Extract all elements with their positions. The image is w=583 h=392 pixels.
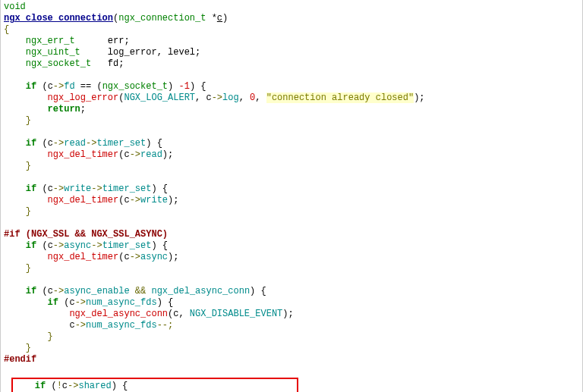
code-line: return; (4, 104, 579, 115)
code-line: } (4, 331, 579, 343)
preprocessor-endif: #endif (4, 354, 36, 365)
code-line: if (c->fd == (ngx_socket_t) -1) { (4, 81, 579, 93)
code-line: { (4, 24, 579, 36)
code-line: ngx_del_timer(c->async); (4, 252, 579, 263)
code-line: if (c->num_async_fds) { (4, 297, 579, 309)
code-line (4, 172, 579, 183)
return-type: void (4, 2, 26, 12)
code-line: ngx_del_timer(c->read); (4, 149, 579, 161)
code-viewer: void ngx_close_connection(ngx_connection… (1, 0, 582, 392)
code-line (4, 218, 579, 229)
code-line: if (c->async->timer_set) { (4, 240, 579, 252)
code-line: if (c->read->timer_set) { (4, 138, 579, 149)
code-line: ngx_uint_t log_error, level; (4, 47, 579, 58)
code-line: #if (NGX_SSL && NGX_SSL_ASYNC) (4, 229, 579, 240)
code-line: if (c->write->timer_set) { (4, 183, 579, 195)
code-line: ngx_close_connection(ngx_connection_t *c… (4, 13, 579, 24)
string-literal: "connection already closed" (266, 93, 414, 103)
param-type: ngx_connection_t (118, 13, 206, 24)
function-name[interactable]: ngx_close_connection (4, 13, 113, 24)
code-line: } (4, 115, 579, 127)
code-line: c->num_async_fds--; (4, 320, 579, 331)
code-line: } (4, 263, 579, 274)
code-line: ngx_del_timer(c->write); (4, 195, 579, 206)
code-line: } (4, 161, 579, 172)
param-name: c (217, 13, 222, 24)
code-line: ngx_socket_t fd; (4, 58, 579, 70)
code-line (4, 70, 579, 81)
code-line: } (4, 343, 579, 354)
code-line: #endif (4, 354, 579, 365)
code-line (4, 365, 579, 377)
code-line: void (4, 2, 579, 13)
code-line: if (c->async_enable && ngx_del_async_con… (4, 286, 579, 297)
code-line: ngx_del_async_conn(c, NGX_DISABLE_EVENT)… (4, 309, 579, 320)
code-line: ngx_err_t err; (4, 36, 579, 47)
code-line (4, 127, 579, 138)
code-line: } (4, 206, 579, 218)
preprocessor: #if (NGX_SSL && NGX_SSL_ASYNC) (4, 229, 168, 240)
code-line: if (!c->shared) { (13, 381, 297, 392)
code-line: ngx_log_error(NGX_LOG_ALERT, c->log, 0, … (4, 93, 579, 104)
code-line (4, 274, 579, 286)
highlighted-region: if (!c->shared) { if (ngx_del_conn) { ng… (11, 378, 298, 392)
